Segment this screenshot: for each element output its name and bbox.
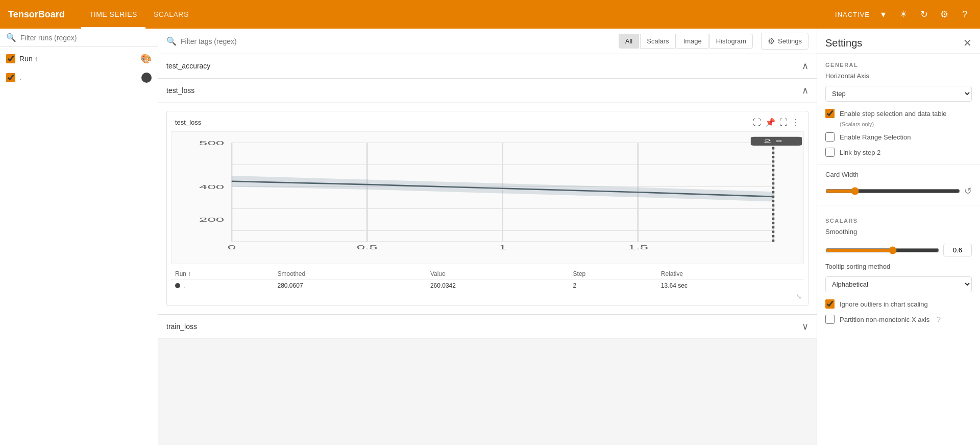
topnav-right: INACTIVE ▾ ☀ ↻ ⚙ ? [835, 7, 972, 21]
search-icon: 🔍 [6, 33, 16, 42]
settings-button[interactable]: ⚙ Settings [761, 33, 808, 50]
filter-btn-image[interactable]: Image [677, 34, 708, 49]
filter-btn-histogram[interactable]: Histogram [709, 34, 753, 49]
fullscreen-icon[interactable]: ⛶ [779, 118, 788, 127]
brightness-icon[interactable]: ☀ [896, 7, 911, 21]
settings-icon[interactable]: ⚙ [937, 7, 951, 21]
section-header-train-loss[interactable]: train_loss ∨ [158, 315, 817, 339]
chevron-down-icon[interactable]: ▾ [876, 7, 890, 21]
tab-time-series[interactable]: TIME SERIES [81, 0, 145, 29]
table-cell-run-name: . [183, 282, 185, 289]
card-width-reset-icon[interactable]: ↺ [964, 185, 972, 197]
section-collapse-test-accuracy[interactable]: ∧ [802, 60, 808, 72]
sidebar-search-input[interactable] [20, 34, 152, 42]
chart-card-title: test_loss [175, 119, 753, 126]
run-color-dot-2[interactable] [141, 73, 152, 83]
chart-card-test-loss: test_loss ⛶ 📌 ⛶ ⋮ [166, 111, 808, 306]
table-header-relative[interactable]: Relative [657, 268, 804, 280]
enable-step-selection-row: Enable step selection and data table [817, 106, 980, 121]
link-by-step-label: Link by step 2 [840, 149, 880, 156]
card-width-slider[interactable] [825, 187, 960, 195]
ignore-outliers-label: Ignore outliers in chart scaling [840, 300, 928, 308]
status-text: INACTIVE [835, 11, 870, 18]
filter-btn-all[interactable]: All [619, 34, 639, 49]
tab-scalars[interactable]: SCALARS [145, 0, 197, 29]
settings-btn-label: Settings [778, 37, 802, 45]
section-title-train-loss: train_loss [166, 322, 802, 331]
run-dot [175, 283, 180, 288]
ignore-outliers-row: Ignore outliers in chart scaling [817, 296, 980, 312]
settings-scalars-label: SCALARS [817, 209, 980, 228]
enable-range-checkbox[interactable] [825, 132, 835, 142]
settings-close-button[interactable]: ✕ [963, 37, 972, 49]
card-width-row: ↺ [817, 181, 980, 201]
table-header-smoothed[interactable]: Smoothed [274, 268, 426, 280]
smoothing-label: Smoothing [825, 228, 972, 236]
smoothing-label-container: Smoothing [817, 228, 980, 240]
run-color-icon-1[interactable]: 🎨 [140, 53, 152, 64]
section-collapse-test-loss[interactable]: ∧ [802, 85, 808, 96]
svg-text:500: 500 [199, 140, 224, 146]
table-row: . 280.0607 260.0342 2 13.64 sec [171, 280, 804, 292]
settings-panel-title: Settings [825, 37, 963, 49]
svg-text:1: 1 [498, 244, 506, 250]
table-header-value[interactable]: Value [426, 268, 569, 280]
help-icon[interactable]: ? [958, 7, 972, 21]
table-cell-step: 2 [569, 280, 657, 292]
chart-svg: 500 400 200 0 0.5 1 1.5 [172, 132, 803, 264]
tooltip-label-container: Tooltip sorting method [817, 261, 980, 274]
smoothing-slider[interactable] [825, 246, 939, 254]
horizontal-axis-select[interactable]: Step Relative Wall [825, 86, 972, 102]
pin-icon[interactable]: 📌 [765, 118, 775, 127]
filter-bar: 🔍 All Scalars Image Histogram ⚙ Settings [158, 29, 817, 54]
scalars-only-label: (Scalars only) [817, 121, 980, 129]
ignore-outliers-checkbox[interactable] [825, 299, 835, 309]
run-checkbox-2[interactable] [6, 73, 15, 82]
filter-btn-scalars[interactable]: Scalars [640, 34, 675, 49]
svg-text:0: 0 [228, 244, 236, 250]
enable-range-row: Enable Range Selection [817, 129, 980, 145]
section-header-test-accuracy[interactable]: test_accuracy ∧ [158, 54, 817, 78]
svg-text:400: 400 [199, 184, 224, 190]
table-cell-smoothed: 280.0607 [274, 280, 426, 292]
section-header-test-loss[interactable]: test_loss ∧ [158, 79, 817, 103]
charts-area: test_accuracy ∧ test_loss ∧ test_loss ⛶ [158, 54, 817, 445]
link-by-step-checkbox[interactable] [825, 148, 835, 157]
chart-data-table: Run ↑ Smoothed Value Step Relative [171, 268, 804, 291]
chart-svg-container: 500 400 200 0 0.5 1 1.5 [171, 131, 804, 264]
horizontal-axis-label-container: Horizontal Axis [817, 72, 980, 84]
tooltip-label: Tooltip sorting method [825, 263, 972, 270]
resize-handle[interactable]: ⤡ [171, 291, 804, 301]
expand-icon[interactable]: ⛶ [753, 118, 761, 127]
cursor-label-text: 2 × [764, 138, 783, 144]
more-icon[interactable]: ⋮ [792, 118, 800, 127]
horizontal-axis-label: Horizontal Axis [825, 72, 972, 80]
enable-step-checkbox[interactable] [825, 109, 835, 118]
filter-tags-input[interactable] [181, 37, 615, 45]
section-train-loss: train_loss ∨ [158, 315, 817, 339]
partition-help-icon[interactable]: ? [937, 315, 941, 323]
enable-step-label: Enable step selection and data table [840, 110, 947, 118]
run-checkbox-1[interactable] [6, 54, 15, 63]
svg-text:1.5: 1.5 [627, 244, 648, 250]
settings-general-label: GENERAL [817, 54, 980, 72]
partition-checkbox[interactable] [825, 315, 835, 324]
run-item-2: . [0, 68, 158, 87]
partition-label: Partition non-monotonic X axis [840, 316, 929, 323]
nav-tabs: TIME SERIES SCALARS [81, 0, 835, 29]
table-header-run[interactable]: Run ↑ [171, 268, 274, 280]
link-by-step-row: Link by step 2 [817, 145, 980, 160]
refresh-icon[interactable]: ↻ [917, 7, 931, 21]
smoothing-value-input[interactable] [943, 244, 972, 256]
svg-text:0.5: 0.5 [357, 244, 378, 250]
table-cell-run-dot: . [171, 280, 274, 292]
sidebar: 🔍 Run ↑ 🎨 . [0, 29, 158, 445]
tooltip-select[interactable]: Alphabetical Ascending Descending Defaul… [825, 276, 972, 292]
section-title-test-accuracy: test_accuracy [166, 62, 802, 70]
settings-divider-2 [817, 205, 980, 205]
settings-panel: Settings ✕ GENERAL Horizontal Axis Step … [817, 29, 980, 445]
table-header-step[interactable]: Step [569, 268, 657, 280]
section-collapse-train-loss[interactable]: ∨ [802, 321, 808, 332]
table-cell-value: 260.0342 [426, 280, 569, 292]
smoothing-slider-row [817, 240, 980, 261]
